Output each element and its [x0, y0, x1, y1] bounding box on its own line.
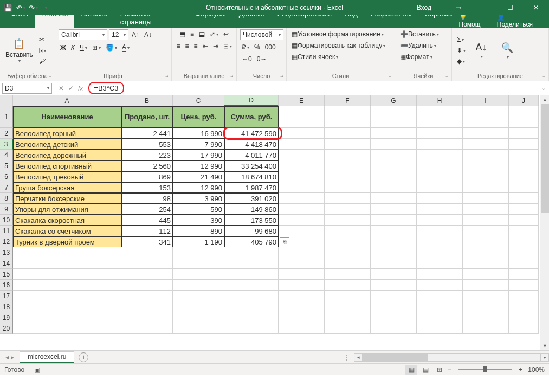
cell[interactable]: Турник в дверной проем: [13, 236, 121, 247]
cell[interactable]: [417, 106, 463, 128]
cell[interactable]: [325, 193, 371, 204]
cell[interactable]: [509, 247, 539, 258]
cell[interactable]: [509, 226, 539, 236]
zoom-level[interactable]: 100%: [528, 366, 545, 374]
cell[interactable]: [173, 291, 224, 301]
cell[interactable]: [509, 215, 539, 226]
row-header-1[interactable]: 1: [0, 106, 13, 128]
cell[interactable]: [417, 182, 463, 193]
cell[interactable]: [279, 160, 325, 171]
fill-color-icon[interactable]: 🪣▾: [104, 43, 119, 53]
cell[interactable]: [463, 312, 509, 323]
comma-icon[interactable]: 000: [263, 42, 277, 52]
col-header-B[interactable]: B: [121, 95, 173, 106]
cell[interactable]: 41 472 590: [224, 128, 279, 139]
cell[interactable]: [279, 301, 325, 312]
cell[interactable]: [279, 226, 325, 236]
close-icon[interactable]: ✕: [525, 0, 547, 15]
cell[interactable]: Велосипед трековый: [13, 171, 121, 182]
scroll-thumb[interactable]: [541, 104, 549, 213]
autosum-icon[interactable]: Σ▾: [455, 35, 467, 44]
cell[interactable]: [279, 128, 325, 139]
cell[interactable]: [279, 247, 325, 258]
cell[interactable]: [224, 323, 279, 334]
cell[interactable]: [325, 291, 371, 301]
row-header-11[interactable]: 11: [0, 226, 13, 236]
cell[interactable]: [371, 312, 417, 323]
cell[interactable]: [371, 204, 417, 215]
cell[interactable]: 33 254 400: [224, 160, 279, 171]
cell[interactable]: [173, 258, 224, 269]
cell[interactable]: [13, 301, 121, 312]
cell[interactable]: [417, 301, 463, 312]
col-header-E[interactable]: E: [279, 95, 325, 106]
col-header-D[interactable]: D: [224, 95, 279, 106]
cell[interactable]: 590: [173, 204, 224, 215]
hscroll-thumb[interactable]: [363, 354, 428, 361]
cell[interactable]: [279, 171, 325, 182]
cell[interactable]: [121, 312, 173, 323]
cell[interactable]: [325, 139, 371, 150]
zoom-in-icon[interactable]: +: [519, 366, 522, 374]
cell[interactable]: [325, 171, 371, 182]
row-header-10[interactable]: 10: [0, 215, 13, 226]
cell[interactable]: [463, 182, 509, 193]
cell[interactable]: [463, 139, 509, 150]
dec-decimal-icon[interactable]: 0→: [255, 54, 269, 64]
redo-icon[interactable]: ↷▾: [27, 2, 39, 14]
cell[interactable]: [13, 280, 121, 291]
cell[interactable]: [463, 106, 509, 128]
underline-icon[interactable]: Ч▾: [78, 43, 89, 53]
cell[interactable]: [279, 139, 325, 150]
macro-record-icon[interactable]: ▣: [34, 366, 40, 374]
cell[interactable]: 405 790: [224, 236, 279, 247]
cell[interactable]: [417, 193, 463, 204]
cell[interactable]: [371, 291, 417, 301]
cell[interactable]: Сумма, руб.: [224, 106, 279, 128]
align-bottom-icon[interactable]: ⬓: [197, 29, 206, 39]
row-header-3[interactable]: 3: [0, 139, 13, 150]
cell[interactable]: [509, 160, 539, 171]
cell[interactable]: [371, 301, 417, 312]
cell[interactable]: [463, 215, 509, 226]
cell[interactable]: [13, 291, 121, 301]
number-format-select[interactable]: Числовой▾: [240, 29, 283, 40]
cell[interactable]: [371, 215, 417, 226]
cell[interactable]: [463, 323, 509, 334]
row-header-12[interactable]: 12: [0, 236, 13, 247]
cell[interactable]: [509, 323, 539, 334]
col-header-I[interactable]: I: [463, 95, 509, 106]
cell[interactable]: [224, 280, 279, 291]
row-header-20[interactable]: 20: [0, 323, 13, 334]
cell[interactable]: [121, 301, 173, 312]
cell[interactable]: [325, 215, 371, 226]
cell[interactable]: [463, 226, 509, 236]
delete-cells-button[interactable]: ➖ Удалить ▾: [398, 41, 438, 50]
cell[interactable]: [325, 160, 371, 171]
cell[interactable]: [371, 106, 417, 128]
spreadsheet-grid[interactable]: ABCDEFGHIJ 12345678910111213141516171819…: [0, 95, 549, 350]
cell[interactable]: [509, 182, 539, 193]
cell[interactable]: [509, 301, 539, 312]
cell[interactable]: 149 860: [224, 204, 279, 215]
cell[interactable]: [279, 193, 325, 204]
cell[interactable]: [325, 301, 371, 312]
row-header-19[interactable]: 19: [0, 312, 13, 323]
cell[interactable]: 390: [173, 215, 224, 226]
cell[interactable]: [121, 291, 173, 301]
row-header-6[interactable]: 6: [0, 171, 13, 182]
cell[interactable]: 2 560: [121, 160, 173, 171]
cell[interactable]: [13, 269, 121, 280]
cell[interactable]: [371, 128, 417, 139]
select-all-corner[interactable]: [0, 95, 13, 106]
cell[interactable]: [417, 150, 463, 160]
cell[interactable]: [325, 280, 371, 291]
cell[interactable]: [325, 226, 371, 236]
indent-inc-icon[interactable]: ⇥: [211, 41, 220, 51]
cell[interactable]: [509, 150, 539, 160]
cell[interactable]: 890: [173, 226, 224, 236]
zoom-out-icon[interactable]: −: [448, 366, 451, 374]
align-left-icon[interactable]: ≡: [175, 41, 182, 51]
cell[interactable]: [325, 182, 371, 193]
cell[interactable]: [325, 323, 371, 334]
